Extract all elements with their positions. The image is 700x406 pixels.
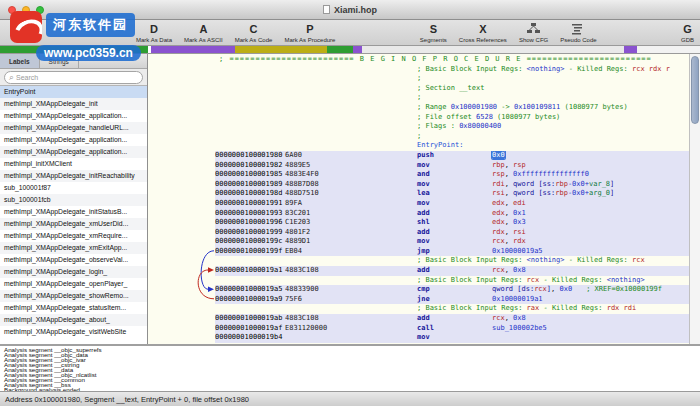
toolbar-segments-icon: S (430, 23, 437, 36)
toolbar-segments[interactable]: SSegments (414, 20, 453, 45)
disasm-line[interactable]: 000000010000199383C201addedx, 0x1 (148, 209, 689, 219)
disasm-comment[interactable]: ; Basic Block Input Regs: <nothing> - Ki… (148, 256, 689, 266)
toolbar-mark-as-procedure-icon: P (306, 23, 313, 36)
disasm-comment[interactable]: ; Flags : 0x80000400 (148, 122, 689, 132)
disasm-line[interactable]: 00000001000019854883E4F0andrsp, 0xffffff… (148, 170, 689, 180)
segment-chunk (624, 46, 637, 53)
disasm-line[interactable]: 0000000100001996C1E203shledx, 0x3 (148, 218, 689, 228)
toolbar-show-cfg-icon (527, 23, 540, 36)
disasm-comment[interactable]: ; Basic Block Input Regs: <nothing> - Ki… (148, 65, 689, 75)
disasm-line[interactable]: 00000001000019ab4883C108addrcx, 0x8 (148, 314, 689, 324)
disasm-line[interactable]: 00000001000019994801F2addrdx, rsi (148, 228, 689, 238)
watermark-site-logo (10, 11, 42, 43)
toolbar-mark-as-ascii[interactable]: AMark As ASCII (178, 20, 229, 45)
symbol-item[interactable]: sub_100001fcb (0, 194, 147, 206)
toolbar-mark-as-code-icon: C (250, 23, 258, 36)
watermark-site-name: 河东软件园 (46, 13, 135, 37)
symbol-item[interactable]: methImpl_XMAppDelegate_xmUserDid... (0, 218, 147, 230)
disasm-line[interactable]: 00000001000019b4mov (148, 333, 689, 343)
symbol-item[interactable]: methImpl_XMAppDelegate_application... (0, 146, 147, 158)
symbol-item[interactable]: methImpl_initXMClient (0, 158, 147, 170)
disasm-line[interactable]: 00000001000019a14883C108addrcx, 0x8 (148, 266, 689, 276)
symbol-item[interactable]: methImpl_XMAppDelegate_visitWebSite (0, 326, 147, 338)
disasm-comment[interactable]: ; Basic Block Input Regs: rax - Killed R… (148, 304, 689, 314)
disasm-comment[interactable]: ; (148, 74, 689, 84)
disasm-line[interactable]: 00000001000019a975F6jne0x10000019a1 (148, 295, 689, 305)
disasm-label[interactable]: EntryPoint: (148, 141, 689, 151)
disasm-comment[interactable]: ; (148, 93, 689, 103)
main-content: LabelsStrings ⌕ EntryPointmethImpl_XMApp… (0, 54, 700, 344)
toolbar-pseudo-code-label: Pseudo Code (560, 37, 596, 43)
toolbar-mark-as-procedure[interactable]: PMark As Procedure (278, 20, 341, 45)
toolbar-mark-as-code[interactable]: CMark As Code (229, 20, 279, 45)
search-input[interactable] (16, 74, 138, 81)
symbol-item[interactable]: methImpl_XMAppDelegate_application... (0, 134, 147, 146)
vertical-scrollbar[interactable] (689, 54, 700, 344)
segment-chunk (327, 46, 353, 53)
toolbar-gdb[interactable]: GGDB (675, 20, 700, 45)
symbol-sidebar: LabelsStrings ⌕ EntryPointmethImpl_XMApp… (0, 54, 148, 344)
disassembly-view[interactable]: ; ======================== B E G I N O F… (148, 54, 700, 344)
search-icon: ⌕ (9, 73, 14, 82)
disasm-line[interactable]: 00000001000019afE831120000callsub_100002… (148, 324, 689, 334)
toolbar-show-cfg-label: Show CFG (519, 37, 548, 43)
window-title: Xiami.hop (334, 5, 377, 15)
toolbar-mark-as-procedure-label: Mark As Procedure (284, 37, 335, 43)
disasm-line[interactable]: 000000010000199189FAmovedx, edi (148, 199, 689, 209)
hopper-window: Xiami.hop DMark As DataAMark As ASCIICMa… (0, 0, 700, 406)
toolbar-gdb-icon: G (683, 23, 692, 36)
toolbar-show-cfg[interactable]: Show CFG (513, 20, 554, 45)
disasm-line[interactable]: 000000010000199c4889D1movrcx, rdx (148, 237, 689, 247)
search-row: ⌕ (0, 69, 147, 86)
toolbar-mark-as-ascii-icon: A (199, 23, 207, 36)
symbol-item[interactable]: sub_100001f87 (0, 182, 147, 194)
scrollbar-thumb[interactable] (691, 56, 699, 124)
symbol-item[interactable]: methImpl_XMAppDelegate_about_ (0, 314, 147, 326)
disasm-comment[interactable]: ; ======================== B E G I N O F… (148, 55, 689, 65)
tab-labels[interactable]: Labels (0, 54, 40, 68)
symbol-item[interactable]: methImpl_XMAppDelegate_statusItem... (0, 302, 147, 314)
title-wrap: Xiami.hop (323, 5, 377, 15)
disasm-comment[interactable]: ; Section __text (148, 84, 689, 94)
disasm-comment[interactable]: ; Basic Block Input Regs: rcx - Killed R… (148, 276, 689, 286)
symbol-item[interactable]: methImpl_XMAppDelegate_openPlayer_ (0, 278, 147, 290)
disasm-line[interactable]: 00000001000019824889E5movrbp, rsp (148, 161, 689, 171)
disasm-line[interactable]: 0000000100001989488B7D08movrdi, qword [s… (148, 180, 689, 190)
symbol-item[interactable]: methImpl_XMAppDelegate_initReachability (0, 170, 147, 182)
disasm-line[interactable]: 000000010000198d488D7510learsi, qword [s… (148, 189, 689, 199)
disasm-comment[interactable]: ; (148, 132, 689, 142)
segment-chunk (362, 46, 624, 53)
toolbar-pseudo-code[interactable]: Pseudo Code (554, 20, 602, 45)
symbol-item[interactable]: methImpl_XMAppDelegate_showRemo... (0, 290, 147, 302)
disasm-line[interactable]: 00000001000019806A00push0x0 (148, 151, 689, 161)
symbol-item[interactable]: methImpl_XMAppDelegate_observeVal... (0, 254, 147, 266)
status-bar: Address 0x100001980, Segment __text, Ent… (0, 391, 700, 406)
document-icon (323, 5, 330, 14)
toolbar-mark-as-data[interactable]: DMark As Data (130, 20, 178, 45)
symbol-item[interactable]: methImpl_XMAppDelegate_login_ (0, 266, 147, 278)
symbol-item[interactable]: methImpl_XMAppDelegate_handleURL... (0, 122, 147, 134)
symbol-item[interactable]: EntryPoint (0, 86, 147, 98)
toolbar-cross-references[interactable]: XCross References (453, 20, 513, 45)
toolbar-cross-references-icon: X (479, 23, 486, 36)
toolbar-gdb-label: GDB (681, 37, 694, 43)
disasm-line[interactable]: 00000001000019a548833900cmpqword [ds:rcx… (148, 285, 689, 295)
disasm-comment[interactable]: ; Range 0x100001980 -> 0x100109811 (1080… (148, 103, 689, 113)
symbol-item[interactable]: methImpl_XMAppDelegate_xmRequire... (0, 230, 147, 242)
segment-chunk (637, 46, 700, 53)
disasm-comment[interactable]: ; File offset 6528 (1080977 bytes) (148, 113, 689, 123)
toolbar-pseudo-code-icon (572, 23, 584, 36)
toolbar-mark-as-code-label: Mark As Code (235, 37, 273, 43)
search-box[interactable]: ⌕ (4, 71, 143, 84)
symbol-item[interactable]: methImpl_XMAppDelegate_application... (0, 110, 147, 122)
disasm-line[interactable]: 000000010000199fEB04jmp0x10000019a5 (148, 247, 689, 257)
segment-chunk (151, 46, 235, 53)
cfg-arrow-gutter (148, 54, 215, 344)
analysis-log[interactable]: Analysis segment __objc_superrefsAnalysi… (0, 344, 700, 391)
symbol-item[interactable]: methImpl_XMAppDelegate_init (0, 98, 147, 110)
toolbar-segments-label: Segments (420, 37, 447, 43)
segment-chunk (353, 46, 362, 53)
segment-chunk (235, 46, 327, 53)
symbol-item[interactable]: methImpl_XMAppDelegate_xmExitApp... (0, 242, 147, 254)
symbol-item[interactable]: methImpl_XMAppDelegate_initStatusB... (0, 206, 147, 218)
